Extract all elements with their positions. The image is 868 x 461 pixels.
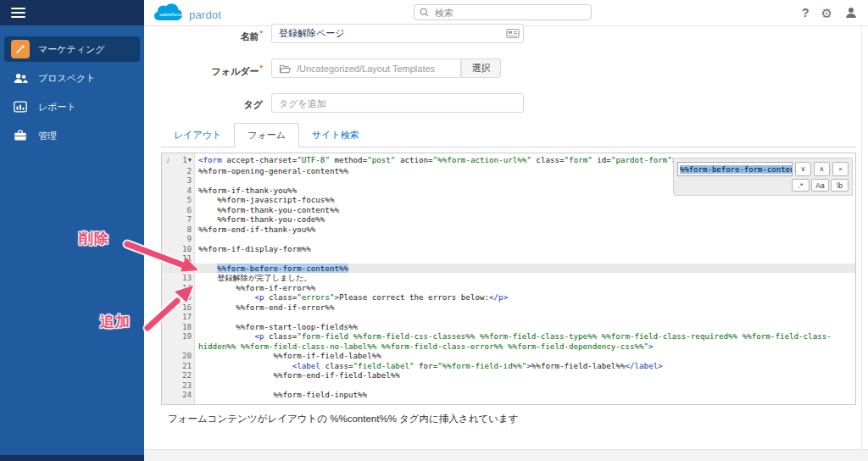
annotation-delete-label: 削除 xyxy=(79,229,109,248)
tab-form[interactable]: フォーム xyxy=(234,123,299,147)
code-line[interactable]: 11 xyxy=(162,253,855,264)
annotation-info-icon: i xyxy=(166,155,169,165)
code-line[interactable]: 17 xyxy=(162,312,855,322)
editor-search-input[interactable]: %%form-before-form-content%% xyxy=(677,162,793,176)
code-text: <p class="form-field %%form-field-css-cl… xyxy=(194,331,855,351)
line-number[interactable]: 4 xyxy=(162,186,194,196)
code-text: %%form-if-field-label%% xyxy=(194,351,855,361)
folder-field-group: /Uncategorized/Layout Templates 選択 xyxy=(271,58,501,78)
required-asterisk: * xyxy=(259,29,263,37)
gear-icon[interactable]: ⚙ xyxy=(821,7,832,19)
folder-select-button[interactable]: 選択 xyxy=(461,58,501,78)
line-number[interactable]: 15 xyxy=(162,292,194,303)
code-line[interactable]: 13 登録解除が完了しました。 xyxy=(162,273,855,283)
help-icon[interactable]: ? xyxy=(802,6,810,19)
line-number[interactable]: 12 xyxy=(162,264,194,274)
code-line[interactable]: 20 %%form-if-field-label%% xyxy=(162,351,855,361)
code-line[interactable]: 10%%form-if-display-form%% xyxy=(162,244,855,254)
regex-toggle[interactable]: .* xyxy=(792,179,810,192)
line-number[interactable]: 16 xyxy=(162,303,194,313)
code-line[interactable]: 9 xyxy=(162,234,855,244)
footer-strip xyxy=(144,449,868,461)
code-text: %%form-end-if-error%% xyxy=(194,303,855,313)
line-number[interactable]: 9 xyxy=(162,234,194,244)
annotation-add-label: 追加 xyxy=(100,312,131,331)
editor-search-box: %%form-before-form-content%% ∨ ∧ × .* Aa… xyxy=(673,158,853,196)
nav-toggle-button[interactable] xyxy=(0,0,144,25)
sidebar-item-label: マーケティング xyxy=(38,43,105,56)
code-text: %%form-start-loop-fields%% xyxy=(194,322,855,332)
find-next-button[interactable]: ∨ xyxy=(795,162,811,176)
code-line[interactable]: 22 %%form-end-if-field-label%% xyxy=(162,370,855,380)
code-line[interactable]: 5 %%form-javascript-focus%% xyxy=(162,195,855,205)
code-text: %%form-javascript-focus%% xyxy=(194,195,855,205)
line-number[interactable]: 7 xyxy=(162,214,194,225)
code-line[interactable]: 21 <label class="field-label" for="%%for… xyxy=(162,361,855,371)
line-number[interactable]: 24 xyxy=(162,390,194,400)
code-line[interactable]: 15 <p class="errors">Please correct the … xyxy=(162,292,855,303)
close-search-icon[interactable]: × xyxy=(832,162,849,176)
line-number[interactable]: 23 xyxy=(162,380,194,391)
briefcase-icon xyxy=(11,126,30,145)
code-text: %%form-end-if-thank-you%% xyxy=(194,225,855,235)
line-number[interactable]: 18 xyxy=(162,322,194,332)
tab-layout[interactable]: レイアウト xyxy=(161,124,234,147)
code-line[interactable]: 16 %%form-end-if-error%% xyxy=(162,303,855,313)
tab-bar: レイアウト フォーム サイト検索 xyxy=(161,125,856,147)
tags-input[interactable] xyxy=(271,93,524,113)
code-line[interactable]: 18 %%form-start-loop-fields%% xyxy=(162,322,855,332)
line-number[interactable]: 6 xyxy=(162,205,194,215)
code-line[interactable]: 24 %%form-field-input%% xyxy=(162,390,855,400)
code-line[interactable]: 23 xyxy=(162,380,855,391)
code-line[interactable]: 6 %%form-thank-you-content%% xyxy=(162,205,855,215)
code-line[interactable]: 7 %%form-thank-you-code%% xyxy=(162,214,855,225)
code-line[interactable]: 14 %%form-if-error%% xyxy=(162,283,855,293)
sidebar: マーケティング プロスペクト レポート 管理 xyxy=(0,0,144,461)
code-editor[interactable]: i1▼<form accept-charset="UTF-8" method="… xyxy=(161,153,856,405)
search-input[interactable] xyxy=(433,7,586,19)
required-asterisk: * xyxy=(259,64,263,72)
code-text xyxy=(194,234,855,244)
user-icon[interactable] xyxy=(844,6,858,19)
sidebar-item-reports[interactable]: レポート xyxy=(4,94,140,119)
line-number[interactable]: 19 xyxy=(162,331,194,351)
tab-site-search[interactable]: サイト検索 xyxy=(299,124,372,147)
line-number[interactable]: 5 xyxy=(162,195,194,205)
code-text: %%form-thank-you-content%% xyxy=(194,205,855,215)
code-text: %%form-before-form-content%% xyxy=(194,264,855,274)
pardot-logo[interactable]: salesforce pardot xyxy=(149,1,221,25)
code-line[interactable]: 19 <p class="form-field %%form-field-css… xyxy=(162,331,855,351)
sidebar-item-marketing[interactable]: マーケティング xyxy=(4,36,140,62)
hamburger-icon xyxy=(11,8,25,18)
line-number[interactable]: 10 xyxy=(162,244,194,254)
code-text: <label class="field-label" for="%%form-f… xyxy=(194,361,855,371)
fold-arrow-icon[interactable]: ▼ xyxy=(188,156,192,166)
line-number[interactable]: 14 xyxy=(162,283,194,293)
people-icon xyxy=(11,69,30,87)
line-number[interactable]: 8 xyxy=(162,225,194,235)
code-text: %%form-field-input%% xyxy=(194,390,855,400)
line-number[interactable]: 13 xyxy=(162,273,194,283)
line-number[interactable]: 22 xyxy=(162,370,194,380)
global-search xyxy=(414,4,592,20)
name-input[interactable] xyxy=(271,24,524,43)
search-icon xyxy=(420,8,429,17)
line-number[interactable]: 17 xyxy=(162,312,194,322)
code-text xyxy=(194,312,855,322)
case-sensitive-toggle[interactable]: Aa xyxy=(811,179,829,192)
line-number[interactable]: 20 xyxy=(162,351,194,361)
code-line[interactable]: 12 %%form-before-form-content%% xyxy=(162,264,855,274)
line-number[interactable]: i1▼ xyxy=(162,155,194,166)
code-text: %%form-thank-you-code%% xyxy=(194,214,855,225)
sidebar-item-admin[interactable]: 管理 xyxy=(4,123,140,148)
vcard-icon[interactable] xyxy=(506,28,520,39)
find-prev-button[interactable]: ∧ xyxy=(814,162,830,176)
line-number[interactable]: 3 xyxy=(162,175,194,186)
sidebar-item-prospects[interactable]: プロスペクト xyxy=(4,65,140,91)
line-number[interactable]: 2 xyxy=(162,166,194,176)
line-number[interactable]: 21 xyxy=(162,361,194,371)
code-line[interactable]: 8%%form-end-if-thank-you%% xyxy=(162,225,855,235)
whole-word-toggle[interactable]: \b xyxy=(831,179,849,192)
folder-input[interactable]: /Uncategorized/Layout Templates xyxy=(271,58,461,78)
line-number[interactable]: 11 xyxy=(162,253,194,264)
